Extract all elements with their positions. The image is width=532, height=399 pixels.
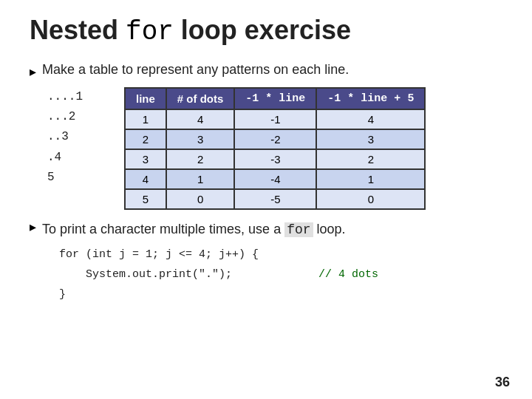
pattern-table: line # of dots -1 * line -1 * line + 5 1… [124,87,426,210]
bullet1-text: Make a table to represent any patterns o… [42,62,349,78]
bullet2-diamond: ▸ [30,219,36,235]
bullet1-row: ▸ Make a table to represent any patterns… [30,62,502,80]
table-cell-2-3: 2 [316,149,425,169]
bullet2-text: To print a character multiple times, use… [42,222,346,237]
dot-line-3: ..3 [47,127,106,147]
col-header-line: line [125,88,166,109]
table-cell-4-3: 0 [316,189,425,209]
table-row: 32-32 [125,149,425,169]
dot-patterns: ....1 ...2 ..3 .4 5 [47,87,106,188]
slide: Nested for loop exercise ▸ Make a table … [0,0,532,399]
table-row: 50-50 [125,189,425,209]
table-header-row: line # of dots -1 * line -1 * line + 5 [125,88,425,109]
table-cell-0-2: -1 [234,109,316,129]
table-cell-3-1: 1 [166,169,235,189]
table-cell-3-3: 1 [316,169,425,189]
code-line-2: System.out.print("."); // 4 dots [59,265,502,284]
code-line-1: for (int j = 1; j <= 4; j++) { [59,245,502,265]
col-header-dots: # of dots [166,88,235,109]
title-prefix: Nested [30,15,126,45]
table-cell-4-2: -5 [234,189,316,209]
dot-line-1: ....1 [47,87,106,107]
table-row: 14-14 [125,109,425,129]
table-cell-0-0: 1 [125,109,166,129]
table-cell-0-3: 4 [316,109,425,129]
slide-title: Nested for loop exercise [30,15,502,47]
dot-line-4: .4 [47,148,106,168]
title-suffix: loop exercise [174,15,351,45]
table-cell-2-0: 3 [125,149,166,169]
table-cell-1-0: 2 [125,129,166,149]
title-code: for [126,17,174,47]
code-comment: // 4 dots [318,268,378,281]
bullet2-prefix: To print a character multiple times, use… [42,222,284,236]
bullet2-row: ▸ To print a character multiple times, u… [30,217,502,237]
page-number: 36 [495,375,510,390]
table-cell-3-2: -4 [234,169,316,189]
table-cell-1-1: 3 [166,129,235,149]
col-header-formula: -1 * line + 5 [316,88,425,109]
bullet2-code: for [284,222,313,237]
code-block: for (int j = 1; j <= 4; j++) { System.ou… [59,245,502,304]
table-cell-4-1: 0 [166,189,235,209]
code-line-3: } [59,284,502,304]
col-header-neg1-line: -1 * line [234,88,316,109]
table-cell-2-2: -3 [234,149,316,169]
bullet2-suffix: loop. [313,222,346,236]
content-row: ....1 ...2 ..3 .4 5 line # of dots -1 * … [47,87,502,210]
table-cell-0-1: 4 [166,109,235,129]
table-row: 23-23 [125,129,425,149]
table-cell-1-2: -2 [234,129,316,149]
dot-line-2: ...2 [47,107,106,127]
table-cell-2-1: 2 [166,149,235,169]
table-cell-4-0: 5 [125,189,166,209]
table-cell-3-0: 4 [125,169,166,189]
dot-line-5: 5 [47,168,106,188]
bullet1-diamond: ▸ [30,64,36,80]
table-cell-1-3: 3 [316,129,425,149]
table-row: 41-41 [125,169,425,189]
